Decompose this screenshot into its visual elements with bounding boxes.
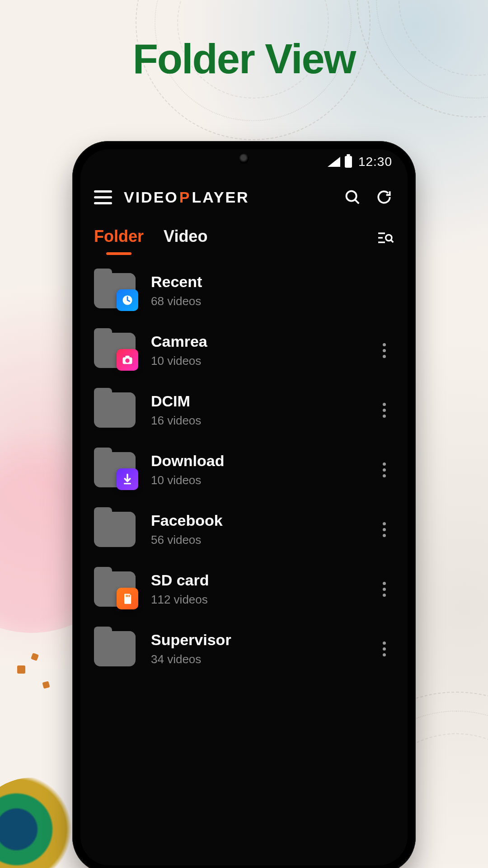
phone-camera-dot xyxy=(239,154,249,164)
folder-item-sdcard[interactable]: SD card112 videos xyxy=(94,571,394,607)
folder-count: 68 videos xyxy=(151,294,394,308)
svg-rect-14 xyxy=(129,595,130,597)
folder-item-recent[interactable]: Recent68 videos xyxy=(94,273,394,308)
folder-name: SD card xyxy=(151,571,359,589)
folder-item-camera[interactable]: Camrea10 videos xyxy=(94,333,394,368)
app-title-part: LAYER xyxy=(192,189,249,206)
svg-point-0 xyxy=(347,191,357,201)
more-vertical-icon xyxy=(383,403,386,418)
folder-item-supervisor[interactable]: Supervisor34 videos xyxy=(94,631,394,666)
folder-icon xyxy=(94,571,136,607)
folder-icon xyxy=(94,631,136,666)
search-button[interactable] xyxy=(343,187,362,207)
filter-search-icon xyxy=(376,229,394,247)
svg-line-6 xyxy=(391,240,393,242)
folder-count: 10 videos xyxy=(151,473,359,487)
folder-name: DCIM xyxy=(151,392,359,410)
tab-video[interactable]: Video xyxy=(164,227,207,252)
svg-rect-12 xyxy=(126,595,127,597)
folder-name: Download xyxy=(151,452,359,470)
folder-text: Recent68 videos xyxy=(151,273,394,308)
svg-point-9 xyxy=(125,359,129,363)
more-options-button[interactable] xyxy=(374,400,394,420)
menu-button[interactable] xyxy=(94,190,112,204)
folder-count: 34 videos xyxy=(151,652,359,666)
svg-point-5 xyxy=(386,235,392,241)
folder-name: Facebook xyxy=(151,512,359,529)
svg-line-1 xyxy=(355,200,359,203)
folder-text: SD card112 videos xyxy=(151,571,359,607)
more-options-button[interactable] xyxy=(374,579,394,599)
download-badge-icon xyxy=(117,468,138,490)
more-options-button[interactable] xyxy=(374,340,394,360)
decor-speck xyxy=(17,665,25,674)
tabs-row: Folder Video xyxy=(80,216,408,252)
refresh-icon xyxy=(375,189,393,206)
folder-icon xyxy=(94,333,136,368)
more-vertical-icon xyxy=(383,642,386,656)
folder-item-facebook[interactable]: Facebook56 videos xyxy=(94,512,394,547)
folder-icon xyxy=(94,452,136,487)
camera-badge-icon xyxy=(117,349,138,371)
folder-name: Camrea xyxy=(151,333,359,350)
folder-name: Supervisor xyxy=(151,631,359,649)
phone-screen: 12:30 VIDEO P LAYER xyxy=(80,149,408,865)
folder-count: 10 videos xyxy=(151,354,359,368)
folder-text: Facebook56 videos xyxy=(151,512,359,547)
hamburger-icon xyxy=(94,196,112,198)
tab-folder[interactable]: Folder xyxy=(94,227,144,252)
folder-count: 112 videos xyxy=(151,593,359,607)
phone-frame: 12:30 VIDEO P LAYER xyxy=(72,141,416,868)
svg-rect-10 xyxy=(125,356,129,358)
battery-icon xyxy=(345,156,352,168)
sd-badge-icon xyxy=(117,588,138,609)
folder-name: Recent xyxy=(151,273,394,291)
folder-item-download[interactable]: Download10 videos xyxy=(94,452,394,487)
more-vertical-icon xyxy=(383,343,386,358)
svg-rect-11 xyxy=(124,483,131,484)
signal-icon xyxy=(328,157,340,167)
filter-search-button[interactable] xyxy=(376,229,394,251)
folder-icon xyxy=(94,392,136,428)
app-title-accent: P xyxy=(179,189,191,206)
folder-count: 16 videos xyxy=(151,414,359,428)
more-options-button[interactable] xyxy=(374,519,394,539)
folder-text: Download10 videos xyxy=(151,452,359,487)
app-title: VIDEO P LAYER xyxy=(124,189,249,206)
app-title-part: VIDEO xyxy=(124,189,178,206)
svg-rect-13 xyxy=(127,595,128,597)
folder-list: Recent68 videosCamrea10 videosDCIM16 vid… xyxy=(80,252,408,666)
hamburger-icon xyxy=(94,202,112,204)
more-options-button[interactable] xyxy=(374,460,394,480)
refresh-button[interactable] xyxy=(374,187,394,207)
more-vertical-icon xyxy=(383,522,386,537)
folder-text: Camrea10 videos xyxy=(151,333,359,368)
folder-item-dcim[interactable]: DCIM16 videos xyxy=(94,392,394,428)
folder-icon xyxy=(94,512,136,547)
folder-text: DCIM16 videos xyxy=(151,392,359,428)
page-headline: Folder View xyxy=(0,0,488,83)
folder-count: 56 videos xyxy=(151,533,359,547)
more-vertical-icon xyxy=(383,582,386,597)
folder-text: Supervisor34 videos xyxy=(151,631,359,666)
more-vertical-icon xyxy=(383,462,386,477)
search-icon xyxy=(344,189,361,206)
clock-badge-icon xyxy=(117,289,138,311)
app-header: VIDEO P LAYER xyxy=(80,175,408,216)
status-time: 12:30 xyxy=(358,155,392,169)
hamburger-icon xyxy=(94,190,112,193)
more-options-button[interactable] xyxy=(374,639,394,659)
folder-icon xyxy=(94,273,136,308)
